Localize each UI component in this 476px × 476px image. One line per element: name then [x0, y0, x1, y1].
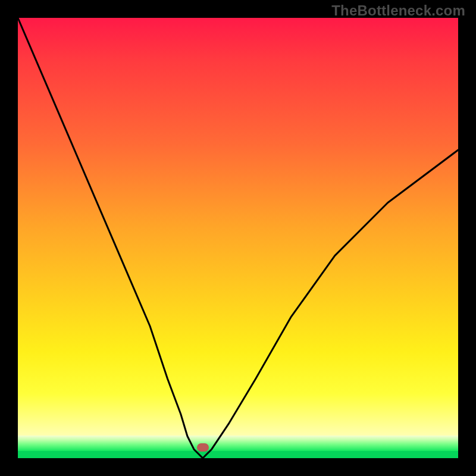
- optimal-marker: [197, 443, 209, 452]
- curve-path: [18, 18, 458, 458]
- plot-area: [18, 18, 458, 458]
- watermark-text: TheBottleneck.com: [331, 2, 465, 19]
- bottleneck-curve: [18, 18, 458, 458]
- chart-frame: TheBottleneck.com: [0, 0, 476, 476]
